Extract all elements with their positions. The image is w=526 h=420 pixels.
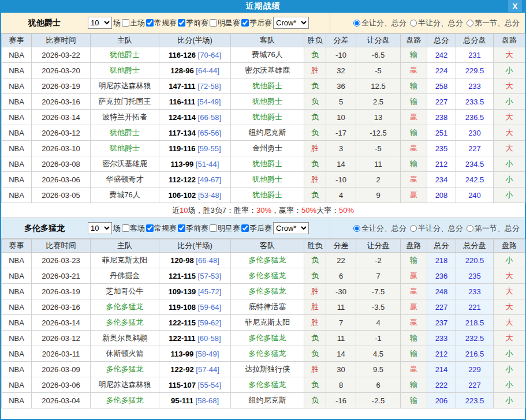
- cell-home-team: 丹佛掘金: [91, 268, 159, 284]
- col-header-home-team: 主队: [91, 239, 159, 253]
- cell-over-under: 小: [494, 377, 525, 393]
- cell-home-team: 休斯顿火箭: [91, 346, 159, 362]
- cell-handicap-result: 赢: [401, 172, 427, 187]
- radio-first-quarter-total-input[interactable]: [467, 20, 473, 27]
- cell-date: 2026-03-04: [32, 393, 91, 408]
- summary-segment: 大率：: [316, 205, 339, 216]
- close-button[interactable]: X: [508, 0, 522, 12]
- cell-total-line: 220.5: [456, 253, 494, 268]
- cell-date: 2026-03-05: [32, 187, 91, 203]
- cell-result: 负: [304, 78, 326, 94]
- checkbox-preseason-input[interactable]: [178, 19, 185, 27]
- cell-date: 2026-03-14: [32, 110, 91, 125]
- cell-date: 2026-03-12: [32, 125, 91, 141]
- cell-total-points: 222: [427, 377, 456, 393]
- cell-total-line: 223.5: [456, 393, 494, 408]
- radio-full-handicap-total-input[interactable]: [353, 225, 360, 232]
- cell-total-points: 214: [427, 362, 456, 377]
- radio-half-handicap-total-input[interactable]: [410, 20, 417, 27]
- checkbox-regular-season[interactable]: 常规赛: [145, 223, 177, 234]
- bookmaker-select[interactable]: Crow*: [273, 222, 309, 234]
- games-count-select[interactable]: 10: [88, 17, 112, 29]
- cell-league: NBA: [2, 94, 32, 110]
- cell-league: NBA: [2, 362, 32, 377]
- cell-result: 胜: [304, 315, 326, 331]
- cell-league: NBA: [2, 156, 32, 172]
- checkbox-away-games-input[interactable]: [122, 224, 129, 232]
- cell-handicap-line: 9: [356, 187, 401, 203]
- checkbox-allstar[interactable]: 明星赛: [208, 223, 240, 234]
- games-count-select[interactable]: 10: [88, 222, 112, 234]
- cell-total-line: 233.5: [456, 94, 494, 110]
- results-table-toronto: 赛事 比赛时间 主队 比分(半场) 客队 胜负 分差 让分盘 盘路 总分 总分盘…: [1, 239, 525, 408]
- radio-full-handicap-total[interactable]: 全让分、总分: [353, 223, 406, 234]
- table-row: NBA2026-03-22犹他爵士116-126 [70-64]费城76人负-1…: [2, 47, 525, 63]
- half-score: [60-58]: [196, 334, 221, 343]
- summary-row: 近 10 场，胜3负7：胜率：30%，赢率：50% 大率：50%: [1, 203, 525, 218]
- radio-full-handicap-total-input[interactable]: [353, 20, 360, 27]
- section-toronto-raptors: 多伦多猛龙 10 场 客场 常规赛 季前赛: [1, 218, 525, 408]
- checkbox-preseason[interactable]: 季前赛: [177, 18, 208, 28]
- checkbox-preseason-input[interactable]: [178, 224, 185, 232]
- checkbox-away-games[interactable]: 客场: [121, 223, 145, 234]
- cell-home-team: 波特兰开拓者: [91, 110, 159, 125]
- cell-total-points: 251: [427, 125, 456, 141]
- cell-handicap-line: -7.5: [356, 284, 401, 299]
- cell-league: NBA: [2, 187, 32, 203]
- cell-league: NBA: [2, 393, 32, 408]
- titlebar: 近期战绩 X: [1, 0, 525, 13]
- cell-league: NBA: [2, 172, 32, 187]
- checkbox-playoffs[interactable]: 季后赛: [240, 18, 272, 28]
- checkbox-allstar[interactable]: 明星赛: [208, 18, 240, 28]
- team-name: 犹他爵士: [1, 18, 88, 28]
- table-row: NBA2026-03-06华盛顿奇才112-122 [49-67]犹他爵士胜-1…: [2, 172, 525, 187]
- radio-half-handicap-total[interactable]: 半让分、总分: [410, 18, 463, 28]
- cell-score: 122-92 [57-44]: [159, 362, 231, 377]
- cell-over-under: 大: [494, 299, 525, 315]
- cell-away-team: 菲尼克斯太阳: [231, 315, 304, 331]
- cell-point-diff: -10: [326, 47, 356, 63]
- col-header-away-team: 客队: [231, 34, 304, 47]
- table-row: NBA2026-03-10犹他爵士119-116 [59-55]金州勇士胜3-5…: [2, 141, 525, 156]
- checkbox-preseason[interactable]: 季前赛: [177, 223, 208, 234]
- cell-league: NBA: [2, 78, 32, 94]
- cell-total-line: 235: [456, 268, 494, 284]
- cell-handicap-result: 赢: [401, 362, 427, 377]
- radio-full-handicap-total[interactable]: 全让分、总分: [353, 18, 406, 28]
- cell-result: 负: [304, 156, 326, 172]
- radio-half-handicap-total-input[interactable]: [410, 225, 417, 232]
- checkbox-playoffs[interactable]: 季后赛: [240, 223, 272, 234]
- cell-over-under: 小: [494, 187, 525, 203]
- cell-score: 113-99 [51-44]: [159, 156, 231, 172]
- checkbox-regular-season-input[interactable]: [146, 224, 154, 232]
- bookmaker-select[interactable]: Crow*: [273, 17, 309, 29]
- col-header-away-team: 客队: [231, 239, 304, 253]
- checkbox-regular-season[interactable]: 常规赛: [145, 18, 177, 28]
- checkbox-home-games-input[interactable]: [122, 19, 129, 27]
- cell-league: NBA: [2, 110, 32, 125]
- cell-result: 负: [304, 346, 326, 362]
- table-header-row: 赛事 比赛时间 主队 比分(半场) 客队 胜负 分差 让分盘 盘路 总分 总分盘…: [2, 34, 525, 47]
- checkbox-regular-season-input[interactable]: [146, 19, 154, 27]
- cell-total-points: 208: [427, 187, 456, 203]
- cell-score: 122-111 [60-58]: [159, 331, 231, 346]
- radio-first-quarter-total[interactable]: 第一节、总分: [467, 18, 520, 28]
- full-score: 124-114: [169, 113, 196, 122]
- cell-date: 2026-03-11: [32, 346, 91, 362]
- half-score: [70-64]: [196, 51, 221, 59]
- radio-first-quarter-total[interactable]: 第一节、总分: [467, 223, 520, 234]
- checkbox-allstar-input[interactable]: [210, 19, 217, 27]
- radio-first-quarter-total-input[interactable]: [467, 225, 473, 232]
- checkbox-playoffs-input[interactable]: [241, 224, 249, 232]
- cell-date: 2026-03-14: [32, 315, 91, 331]
- cell-point-diff: 6: [326, 268, 356, 284]
- radio-half-handicap-total[interactable]: 半让分、总分: [410, 223, 463, 234]
- table-row: NBA2026-03-23菲尼克斯太阳120-98 [66-48]多伦多猛龙负2…: [2, 253, 525, 268]
- summary-segment: 50%: [301, 206, 316, 215]
- cell-score: 119-116 [59-55]: [159, 141, 231, 156]
- half-score: [66-48]: [194, 256, 219, 265]
- checkbox-allstar-input[interactable]: [210, 224, 217, 232]
- checkbox-home-games[interactable]: 主场: [121, 18, 145, 28]
- cell-league: NBA: [2, 268, 32, 284]
- checkbox-playoffs-input[interactable]: [241, 19, 249, 27]
